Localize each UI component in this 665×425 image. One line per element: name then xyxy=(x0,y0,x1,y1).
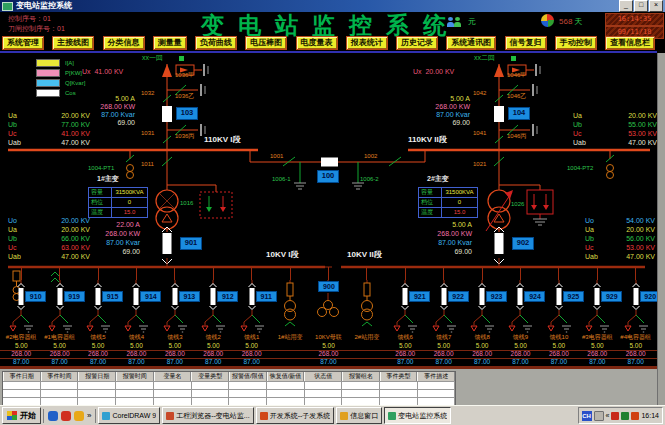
legend-swatch xyxy=(36,59,60,67)
switch-label: 1046甲 xyxy=(507,72,526,79)
taskbar-task[interactable]: 信息窗口 xyxy=(336,407,382,424)
feeder-column: 919 #1电容器组 5.00 268.00 87.00 xyxy=(40,267,78,366)
menu-button[interactable]: 电度量表 xyxy=(296,36,338,50)
alarm-table-row[interactable] xyxy=(3,381,455,389)
tray-icon-green-shield[interactable] xyxy=(621,412,629,420)
feeder-column: 911 馈线1 5.00 268.00 87.00 xyxy=(232,267,270,366)
taskbar-task[interactable]: CorelDRAW 9 xyxy=(98,407,160,424)
feeder-column: 915 馈线5 5.00 268.00 87.00 xyxy=(79,267,117,366)
line2-status-square xyxy=(511,56,516,61)
task-icon xyxy=(388,412,396,420)
legend-label: P[KW] xyxy=(65,70,82,76)
tray-overflow-chevron[interactable]: « xyxy=(606,412,610,419)
feeder-label: 馈线6 xyxy=(386,334,424,341)
feeder-column: 923 馈线8 5.00 268.00 87.00 xyxy=(463,267,501,366)
alarm-table-header: 事件日期事件时间报警日期报警时间变量名变量类型报警值/限值恢复值/新值状态值报警… xyxy=(3,372,455,381)
taskbar-task[interactable]: 变电站监控系统 xyxy=(384,407,451,424)
breaker-number-box[interactable]: 920 xyxy=(640,291,657,302)
close-button[interactable]: × xyxy=(649,0,663,12)
taskbar-task[interactable]: 开发系统--子发系统 xyxy=(256,407,335,424)
alarm-column-header: 事件类型 xyxy=(380,372,418,381)
right-panel-band xyxy=(657,53,665,405)
breaker-901[interactable]: 901 xyxy=(180,237,202,250)
feeder-drop-line xyxy=(405,267,406,280)
menu-button[interactable]: 历史记录 xyxy=(396,36,438,50)
menu-button[interactable]: 系统管理 xyxy=(2,36,44,50)
breaker-902[interactable]: 902 xyxy=(512,237,534,250)
quick-launch-overflow[interactable]: » xyxy=(87,411,91,420)
taskbar: 开始 » CorelDRAW 9 工程浏览器--变电站监... xyxy=(0,405,665,425)
printer-icon[interactable] xyxy=(594,411,604,421)
bus110-left-voltages: Ua20.00 KVUb77.00 KVUc41.00 KVUab47.00 K… xyxy=(8,111,90,147)
single-line-diagram: I[A] P[KW] Q[Kvar] Cos xx一回 xyxy=(0,53,657,368)
feeder-label: 馈线4 xyxy=(117,334,155,341)
alarm-table-row[interactable] xyxy=(3,397,455,405)
feeder-drop-line xyxy=(174,267,175,280)
alarm-panel: 事件日期事件时间报警日期报警时间变量名变量类型报警值/限值恢复值/新值状态值报警… xyxy=(0,368,657,405)
tray-icon-red-shield[interactable] xyxy=(631,412,639,420)
transformer1-info-box: 容量31500KVA 档位0 温度15.0 xyxy=(88,187,148,218)
menu-button[interactable]: 手动控制 xyxy=(555,36,597,50)
separator-line xyxy=(0,350,657,351)
breaker-103[interactable]: 103 xyxy=(176,107,198,120)
menu-button[interactable]: 主接线图 xyxy=(52,36,94,50)
station-transformer-symbol xyxy=(348,280,386,334)
task-icon xyxy=(340,412,348,420)
menu-button[interactable]: 电压棒图 xyxy=(245,36,287,50)
breaker-number-box[interactable]: 900 xyxy=(318,281,339,292)
feeder-symbol: 911 xyxy=(232,280,270,334)
header: 控制序号：01 刀闸控制序号：01 变电站监控系统 元 568 天 16:14:… xyxy=(0,12,657,36)
station-transformer-symbol xyxy=(271,280,309,334)
menu-button[interactable]: 报表统计 xyxy=(346,36,388,50)
feeder-column: 924 馈线9 5.00 268.00 87.00 xyxy=(501,267,539,366)
quick-launch-icon-1[interactable] xyxy=(48,411,58,421)
taskbar-task[interactable]: 工程浏览器--变电站监... xyxy=(162,407,254,424)
bus10-right-voltages: Uo54.00 KVUa20.00 KVUb56.00 KVUc53.00 KV… xyxy=(585,216,655,261)
menu-button[interactable]: 系统通讯图 xyxy=(446,36,496,50)
alarm-table-row[interactable] xyxy=(3,389,455,397)
minimize-button[interactable]: _ xyxy=(619,0,633,12)
feeder-reactive: 87.00 xyxy=(463,358,501,366)
menu-button[interactable]: 信号复归 xyxy=(505,36,547,50)
legend: I[A] P[KW] Q[Kvar] Cos xyxy=(36,58,85,98)
menu-button[interactable]: 查看信息栏 xyxy=(605,36,655,50)
feeder-current: 5.00 xyxy=(386,341,424,350)
alarm-column-header: 报警值/限值 xyxy=(229,372,267,381)
tie-switch-1002: 1002 xyxy=(364,153,377,160)
maximize-button[interactable]: □ xyxy=(634,0,648,12)
menu-button[interactable]: 测量量 xyxy=(153,36,187,50)
line2-ux: Ux 20.00 KV xyxy=(413,68,454,76)
separator-line xyxy=(0,358,657,359)
voltage-row: Ua20.00 KV xyxy=(8,225,90,234)
feeder-power: 268.00 xyxy=(194,350,232,358)
tray-icon-red[interactable] xyxy=(611,412,619,420)
t2-switch-1026: 1026 xyxy=(511,201,524,208)
feeder-power: 268.00 xyxy=(501,350,539,358)
feeder-current: 5.00 xyxy=(117,341,155,350)
feeder-reactive xyxy=(271,358,309,366)
legend-row: P[KW] xyxy=(36,68,85,78)
menu-button[interactable]: 分类信息 xyxy=(103,36,145,50)
menu-button[interactable]: 负荷曲线 xyxy=(195,36,237,50)
transformer1-measurements: 22.00 A 268.00 KW 87.00 Kvar 69.00 xyxy=(86,221,140,257)
switch-label: 1046乙 xyxy=(507,93,526,100)
quick-launch-icon-3[interactable] xyxy=(74,411,84,421)
language-indicator[interactable]: CH xyxy=(582,411,592,421)
feeder-symbol: 921 xyxy=(386,280,424,334)
feeder-reactive: 87.00 xyxy=(309,358,347,366)
legend-label: Cos xyxy=(65,90,76,96)
feeder-drop-line xyxy=(21,267,22,280)
breaker-ground-symbol xyxy=(386,280,424,334)
t1-cos: 69.00 xyxy=(86,248,140,257)
disconnector-id: 1021 xyxy=(473,161,486,168)
breaker-100[interactable]: 100 xyxy=(317,170,339,183)
quick-launch-icon-2[interactable] xyxy=(61,411,71,421)
feeder-reactive: 87.00 xyxy=(194,358,232,366)
legend-row: Cos xyxy=(36,88,85,98)
breaker-104[interactable]: 104 xyxy=(508,107,530,120)
feeder-drop-line xyxy=(213,267,214,280)
feeder-current: 5.00 xyxy=(463,341,501,350)
t1-current: 22.00 A xyxy=(86,221,140,230)
feeder-label: 馈线10 xyxy=(540,334,578,341)
start-button[interactable]: 开始 xyxy=(2,407,41,424)
